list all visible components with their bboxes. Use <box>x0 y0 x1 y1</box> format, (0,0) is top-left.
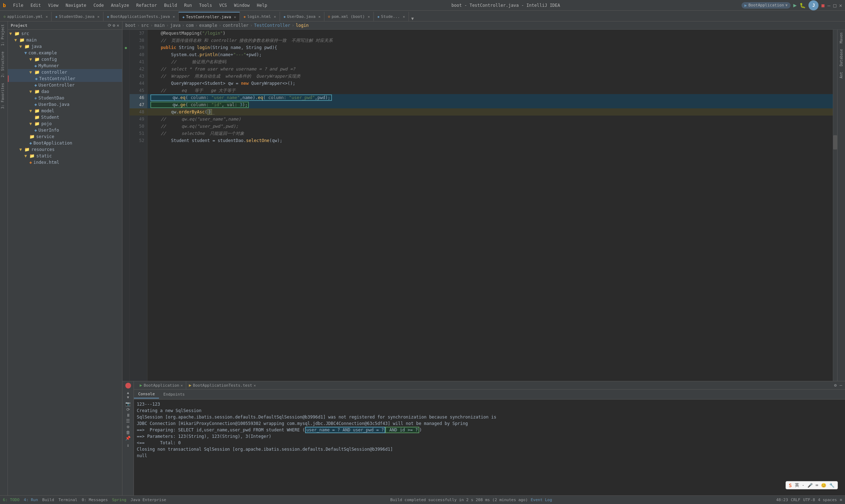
tree-item-resources[interactable]: ▼ 📁 resources <box>8 146 122 153</box>
scroll-up-icon[interactable]: ▲ <box>127 391 129 395</box>
pin-icon[interactable]: 📌 <box>125 436 131 441</box>
panel-structure-label[interactable]: 2: Structure <box>0 49 8 80</box>
maximize-button[interactable]: □ <box>833 3 836 8</box>
close-button[interactable]: ✕ <box>839 3 842 8</box>
database-label[interactable]: Database <box>839 46 844 69</box>
tab-console[interactable]: Console <box>134 390 159 398</box>
tree-item-usercontroller[interactable]: ◆ UserController <box>8 82 122 88</box>
breadcrumb-controller[interactable]: controller <box>223 23 248 28</box>
run-config-bootapptests[interactable]: ▶ BootApplicationTests.test ✕ <box>186 381 259 389</box>
menu-edit[interactable]: Edit <box>28 2 44 9</box>
menu-run[interactable]: Run <box>181 2 195 9</box>
screenshot-icon[interactable]: 📷 <box>125 401 131 406</box>
tree-item-userinfo[interactable]: ◆ UserInfo <box>8 127 122 133</box>
tree-item-model[interactable]: ▼ 📁 model <box>8 108 122 114</box>
menu-help[interactable]: Help <box>254 2 270 9</box>
debug-button[interactable]: 🐛 <box>800 3 806 8</box>
filter-icon[interactable]: ⚙ <box>127 424 129 429</box>
terminal-button[interactable]: Terminal <box>58 498 77 502</box>
sync-icon[interactable]: ⟳ <box>108 23 111 28</box>
tab-stude[interactable]: ◆ Stude... ✕ <box>374 12 409 21</box>
tree-item-java[interactable]: ▼ 📁 java <box>8 43 122 50</box>
menu-vcs[interactable]: VCS <box>216 2 230 9</box>
more-tabs-button[interactable]: ▼ <box>409 16 416 21</box>
close-panel-icon[interactable]: ✕ <box>117 23 119 28</box>
breadcrumb-example[interactable]: example <box>199 23 217 28</box>
tab-endpoints[interactable]: Endpoints <box>159 391 189 398</box>
panel-project-label[interactable]: 1: Project <box>0 21 8 49</box>
menu-navigate[interactable]: Navigate <box>63 2 89 9</box>
console-output[interactable]: 123---123 Creating a new SqlSession SqlS… <box>134 400 845 495</box>
ant-label[interactable]: Ant <box>839 69 844 81</box>
tree-item-dao[interactable]: ▼ 📁 dao <box>8 88 122 95</box>
menu-code[interactable]: Code <box>91 2 107 9</box>
tree-item-myrunner[interactable]: ◆ MyRunner <box>8 63 122 69</box>
menu-view[interactable]: View <box>45 2 61 9</box>
java-enterprise-button[interactable]: Java Enterprise <box>131 498 166 502</box>
panel-favorites-label[interactable]: 3: Favorites <box>0 80 8 112</box>
breadcrumb-boot[interactable]: boot <box>125 23 136 28</box>
tab-login-html[interactable]: ◆ login.html ✕ <box>240 12 280 21</box>
breadcrumb-java[interactable]: java <box>170 23 180 28</box>
tree-item-student[interactable]: 📁 Student <box>8 114 122 121</box>
list-icon[interactable]: ☰ <box>126 419 130 424</box>
event-log-button[interactable]: Event Log <box>531 498 552 502</box>
tab-application-yml[interactable]: ⚙ application.yml ✕ <box>0 12 52 21</box>
menu-file[interactable]: File <box>10 2 26 9</box>
trash-icon[interactable]: 🗑 <box>126 430 130 435</box>
tab-test-controller[interactable]: ◆ TestController.java ✕ <box>179 12 240 21</box>
menu-refactor[interactable]: Refactor <box>133 2 160 9</box>
tab-student-dao[interactable]: ◆ StudentDao.java ✕ <box>52 12 103 21</box>
maven-label[interactable]: Maven <box>839 30 844 46</box>
minimize-button[interactable]: — <box>827 3 830 8</box>
tree-item-testcontroller[interactable]: ◆ TestController <box>8 75 122 82</box>
collapse-icon[interactable]: ↕ <box>127 443 129 448</box>
breadcrumb-main[interactable]: main <box>154 23 165 28</box>
minimap-scrollbar[interactable] <box>833 30 837 381</box>
code-editor-content[interactable]: @RequestMapping("/login") // 页面传值得名称 和 c… <box>148 30 833 381</box>
run-status-button[interactable]: 4: Run <box>24 498 38 502</box>
user-avatar[interactable]: J <box>808 0 819 10</box>
breadcrumb-com[interactable]: com <box>186 23 194 28</box>
breadcrumb-login[interactable]: login <box>296 23 309 28</box>
tree-item-studentdao[interactable]: ◈ StudentDao <box>8 95 122 101</box>
tree-item-controller[interactable]: ▼ 📁 controller <box>8 69 122 75</box>
tab-user-dao[interactable]: ◆ UserDao.java ✕ <box>280 12 325 21</box>
stop-run-button[interactable] <box>125 383 131 388</box>
indent-settings[interactable]: 4 spaces <box>818 498 837 502</box>
run-panel-minimize[interactable]: — <box>840 383 842 388</box>
breadcrumb-testcontroller[interactable]: TestController <box>254 23 290 28</box>
menu-tools[interactable]: Tools <box>196 2 215 9</box>
breadcrumb-src[interactable]: src <box>141 23 149 28</box>
todo-button[interactable]: 6: TODO <box>3 498 19 502</box>
git-branch-icon[interactable]: ≡ <box>840 498 842 502</box>
menu-window[interactable]: Window <box>231 2 252 9</box>
tree-item-userdao[interactable]: ◆ UserDao.java <box>8 101 122 108</box>
scroll-down-icon[interactable]: ▼ <box>127 395 129 399</box>
tree-item-bootapplication[interactable]: ◆ BootApplication <box>8 140 122 146</box>
run-panel-settings[interactable]: ⚙ <box>834 383 837 388</box>
tree-item-indexhtml[interactable]: ◆ index.html <box>8 159 122 166</box>
refresh-run-icon[interactable]: ⟳ <box>126 407 130 412</box>
messages-button[interactable]: 0: Messages <box>82 498 108 502</box>
menu-build[interactable]: Build <box>161 2 180 9</box>
tree-item-config[interactable]: ▼ 📁 config <box>8 56 122 63</box>
pause-icon[interactable]: ⏸ <box>126 413 130 418</box>
spring-button[interactable]: Spring <box>112 498 126 502</box>
stop-button[interactable]: ■ <box>821 3 824 8</box>
encoding[interactable]: UTF-8 <box>803 498 815 502</box>
tree-item-static[interactable]: ▼ 📁 static <box>8 153 122 159</box>
menu-analyze[interactable]: Analyze <box>108 2 132 9</box>
build-button[interactable]: Build <box>42 498 54 502</box>
tree-item-pojo[interactable]: ▼ 📁 pojo <box>8 121 122 127</box>
line-endings[interactable]: CRLF <box>791 498 801 502</box>
tab-pom-xml[interactable]: ⚙ pom.xml (boot) ✕ <box>324 12 374 21</box>
tree-item-main[interactable]: ▼ 📁 main <box>8 37 122 43</box>
tree-item-src[interactable]: ▼ 📁 src <box>8 30 122 37</box>
gutter-39[interactable]: ● <box>122 44 129 51</box>
tree-item-com-example[interactable]: ▼ com.example <box>8 50 122 56</box>
tree-item-service[interactable]: 📁 service <box>8 133 122 140</box>
run-button[interactable]: ▶ <box>793 2 797 9</box>
tab-boot-application-tests[interactable]: ◆ BootApplicationTests.java ✕ <box>103 12 179 21</box>
run-config-bootapp[interactable]: ▶ BootApplication ✕ <box>137 381 186 389</box>
